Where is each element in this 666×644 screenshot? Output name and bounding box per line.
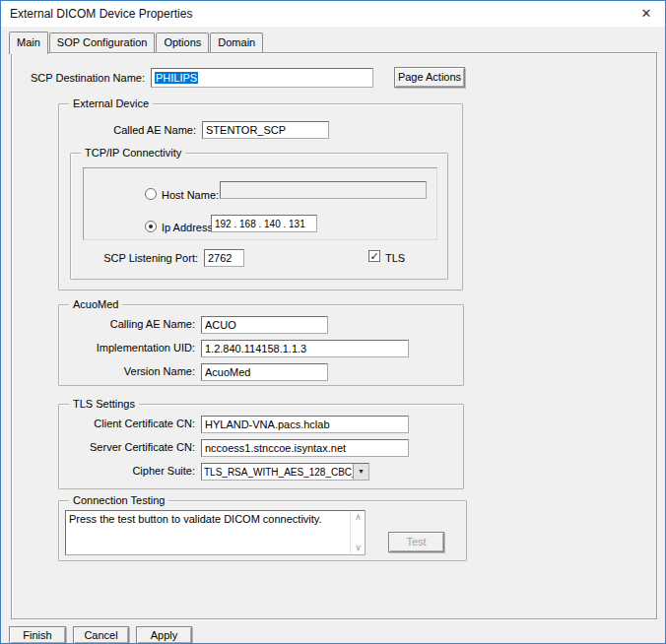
ip-address-input[interactable]: 192 . 168 . 140 . 131: [211, 215, 317, 232]
acuomed-group: AcuoMed Calling AE Name: ACUO Implementa…: [58, 304, 464, 386]
ip-address-label: Ip Address:: [162, 222, 216, 233]
tab-main[interactable]: Main: [9, 32, 48, 54]
check-icon: ✓: [369, 250, 378, 262]
selected-text: PHILIPS: [155, 72, 198, 84]
connection-test-message: Press the test button to validate DICOM …: [69, 513, 347, 526]
window-title: External DICOM Device Properties: [10, 7, 192, 21]
chevron-down-icon[interactable]: ▼: [353, 464, 368, 480]
finish-button[interactable]: Finish: [9, 626, 66, 644]
dialog-window: External DICOM Device Properties ✕ Main …: [0, 0, 666, 644]
tab-domain[interactable]: Domain: [210, 32, 263, 52]
scroll-down-icon[interactable]: ∨: [351, 542, 366, 554]
host-name-radio[interactable]: [145, 188, 157, 200]
tls-settings-group: TLS Settings Client Certificate CN: HYLA…: [58, 404, 464, 489]
server-certificate-cn-input[interactable]: nccoess1.stnccoe.isyntax.net: [201, 439, 409, 457]
tcpip-group-title: TCP/IP Connectivity: [81, 147, 185, 159]
connection-test-output[interactable]: Press the test button to validate DICOM …: [65, 510, 366, 555]
called-ae-name-label: Called AE Name:: [113, 124, 196, 136]
title-bar: External DICOM Device Properties ✕: [1, 1, 665, 27]
connection-testing-group: Connection Testing Press the test button…: [58, 500, 467, 561]
ip-address-radio[interactable]: [145, 221, 157, 232]
scroll-up-icon[interactable]: ∧: [351, 511, 366, 524]
tab-options[interactable]: Options: [156, 32, 209, 52]
tab-page-main: SCP Destination Name: PHILIPS Page Actio…: [11, 52, 657, 619]
external-device-group-title: External Device: [69, 97, 153, 109]
version-name-input[interactable]: AcuoMed: [201, 363, 328, 381]
scp-destination-label: SCP Destination Name:: [31, 72, 145, 84]
calling-ae-name-input[interactable]: ACUO: [201, 316, 328, 334]
host-name-label: Host Name:: [162, 189, 219, 201]
address-panel: Host Name: Ip Address: 192 . 168 . 140 .…: [83, 167, 437, 240]
tcpip-connectivity-group: TCP/IP Connectivity Host Name: Ip Addres…: [70, 153, 448, 280]
acuomed-group-title: AcuoMed: [69, 298, 122, 310]
client-certificate-cn-label: Client Certificate CN:: [94, 418, 195, 429]
cipher-suite-dropdown[interactable]: TLS_RSA_WITH_AES_128_CBC_SHA ▼: [201, 463, 369, 481]
host-name-input[interactable]: [220, 181, 427, 199]
cancel-button[interactable]: Cancel: [73, 626, 129, 644]
tab-sop-configuration[interactable]: SOP Configuration: [49, 32, 156, 52]
scp-destination-input[interactable]: PHILIPS: [151, 68, 373, 88]
tls-checkbox[interactable]: ✓: [368, 250, 380, 262]
implementation-uid-input[interactable]: 1.2.840.114158.1.1.3: [201, 340, 409, 357]
tab-strip: Main SOP Configuration Options Domain: [9, 32, 264, 52]
close-icon[interactable]: ✕: [633, 4, 660, 24]
external-device-group: External Device Called AE Name: STENTOR_…: [58, 103, 463, 290]
called-ae-name-input[interactable]: STENTOR_SCP: [202, 121, 329, 139]
connection-testing-group-title: Connection Testing: [69, 494, 168, 506]
cipher-suite-value: TLS_RSA_WITH_AES_128_CBC_SHA: [204, 467, 369, 478]
apply-button[interactable]: Apply: [136, 626, 192, 644]
page-actions-button[interactable]: Page Actions: [394, 67, 465, 88]
implementation-uid-label: Implementation UID:: [97, 342, 195, 354]
test-button[interactable]: Test: [388, 532, 444, 552]
tls-checkbox-label: TLS: [385, 252, 405, 264]
server-certificate-cn-label: Server Certificate CN:: [90, 441, 195, 453]
version-name-label: Version Name:: [124, 365, 195, 377]
scp-listening-port-input[interactable]: 2762: [204, 249, 244, 267]
cipher-suite-label: Cipher Suite:: [132, 465, 195, 477]
scp-listening-port-label: SCP Listening Port:: [103, 252, 198, 264]
client-certificate-cn-input[interactable]: HYLAND-VNA.pacs.hclab: [201, 416, 409, 433]
tls-settings-group-title: TLS Settings: [69, 398, 139, 410]
calling-ae-name-label: Calling AE Name:: [110, 318, 195, 330]
scrollbar[interactable]: ∧ ∨: [350, 511, 365, 554]
